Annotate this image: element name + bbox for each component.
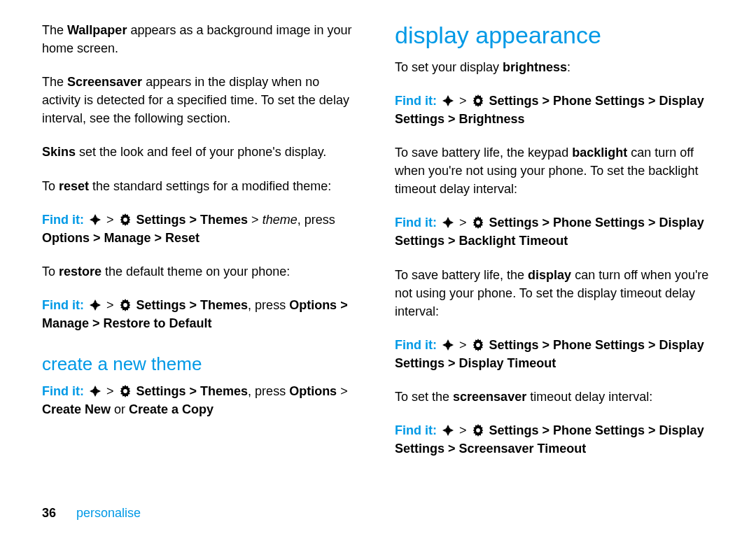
brightness-paragraph: To set your display brightness: bbox=[395, 58, 714, 76]
text: > bbox=[539, 216, 554, 230]
text: To save battery life, the bbox=[395, 268, 528, 282]
path-themes: Themes bbox=[200, 213, 248, 227]
text: To set your display bbox=[395, 60, 503, 74]
nav-key-icon bbox=[89, 385, 102, 397]
path-manage: Manage bbox=[42, 316, 89, 330]
reset-paragraph: To reset the standard settings for a mod… bbox=[42, 177, 361, 195]
path-backlight-timeout: Backlight Timeout bbox=[459, 234, 568, 248]
text: To bbox=[42, 179, 59, 193]
page: The Wallpaper appears as a background im… bbox=[0, 0, 756, 536]
path-manage: Manage bbox=[104, 231, 151, 245]
find-it-label: Find it: bbox=[42, 298, 84, 312]
path-settings: Settings bbox=[136, 384, 186, 398]
text: > bbox=[539, 94, 554, 108]
text: > bbox=[248, 213, 262, 227]
restore-paragraph: To restore the default theme on your pho… bbox=[42, 262, 361, 281]
text: > bbox=[539, 338, 554, 352]
nav-key-icon bbox=[442, 339, 454, 351]
svg-point-13 bbox=[476, 428, 480, 432]
svg-point-6 bbox=[445, 98, 451, 104]
text: , press bbox=[248, 384, 289, 398]
svg-point-2 bbox=[92, 302, 98, 308]
gear-icon bbox=[472, 424, 484, 437]
text: set the look and feel of your phone's di… bbox=[76, 145, 326, 159]
text: > bbox=[186, 384, 201, 398]
gear-icon bbox=[119, 385, 132, 397]
path-reset: Reset bbox=[165, 231, 200, 245]
text: > bbox=[645, 338, 659, 352]
path-themes: Themes bbox=[200, 298, 248, 312]
path-restore-default: Restore to Default bbox=[104, 316, 212, 330]
text: > bbox=[337, 298, 348, 312]
path-display-timeout: Display Timeout bbox=[459, 356, 556, 370]
path-options: Options bbox=[289, 384, 337, 398]
path-options: Options bbox=[289, 298, 337, 312]
screensaver-paragraph: The Screensaver appears in the display w… bbox=[42, 73, 361, 127]
text: > bbox=[645, 216, 659, 230]
bold-screensaver: Screensaver bbox=[67, 75, 142, 89]
text: > bbox=[444, 442, 459, 456]
display-appearance-heading: display appearance bbox=[395, 21, 714, 50]
bold-screensaver: screensaver bbox=[453, 390, 526, 404]
svg-point-5 bbox=[123, 389, 127, 393]
text: The bbox=[42, 23, 67, 37]
text: > bbox=[337, 384, 348, 398]
gear-icon bbox=[472, 339, 484, 351]
text: To save battery life, the keypad bbox=[395, 146, 572, 160]
text: > bbox=[444, 112, 459, 126]
find-it-label: Find it: bbox=[42, 213, 84, 227]
screensaver-timeout-paragraph: To set the screensaver timeout delay int… bbox=[395, 388, 714, 406]
backlight-paragraph: To save battery life, the keypad backlig… bbox=[395, 143, 714, 198]
text: To bbox=[42, 265, 59, 278]
find-it-backlight: Find it: > Settings > Phone Settings > D… bbox=[395, 213, 714, 250]
text: > bbox=[89, 316, 104, 330]
path-phone-settings: Phone Settings bbox=[553, 423, 645, 437]
wallpaper-paragraph: The Wallpaper appears as a background im… bbox=[42, 21, 361, 57]
path-themes: Themes bbox=[200, 384, 248, 398]
path-phone-settings: Phone Settings bbox=[553, 216, 645, 230]
text: : bbox=[567, 60, 570, 74]
nav-key-icon bbox=[89, 299, 102, 311]
text: > bbox=[645, 94, 659, 108]
text: > bbox=[444, 356, 459, 370]
bold-display: display bbox=[528, 268, 571, 282]
bold-wallpaper: Wallpaper bbox=[67, 23, 127, 37]
nav-key-icon bbox=[89, 213, 102, 226]
text: timeout delay interval: bbox=[526, 390, 652, 404]
text: the default theme on your phone: bbox=[102, 265, 290, 278]
nav-key-icon bbox=[442, 424, 454, 437]
svg-point-12 bbox=[445, 428, 451, 433]
left-column: The Wallpaper appears as a background im… bbox=[42, 21, 361, 473]
text: , press bbox=[248, 298, 289, 312]
bold-restore: restore bbox=[59, 265, 102, 278]
svg-point-7 bbox=[476, 99, 480, 103]
text: > bbox=[539, 423, 554, 437]
find-it-reset: Find it: > Settings > Themes > theme, pr… bbox=[42, 211, 361, 247]
path-options: Options bbox=[42, 231, 90, 245]
find-it-restore: Find it: > Settings > Themes, press Opti… bbox=[42, 296, 361, 332]
svg-point-4 bbox=[92, 388, 98, 394]
page-number: 36 bbox=[42, 506, 56, 520]
text: > bbox=[186, 298, 201, 312]
text: , press bbox=[298, 213, 335, 227]
path-screensaver-timeout: Screensaver Timeout bbox=[459, 442, 587, 456]
section-label: personalise bbox=[76, 506, 141, 520]
path-create-copy: Create a Copy bbox=[129, 402, 214, 416]
path-settings: Settings bbox=[489, 216, 539, 230]
text: the standard settings for a modified the… bbox=[89, 179, 331, 193]
svg-point-9 bbox=[476, 220, 480, 225]
find-it-display-timeout: Find it: > Settings > Phone Settings > D… bbox=[395, 336, 714, 372]
text: > bbox=[645, 423, 659, 437]
path-settings: Settings bbox=[489, 94, 539, 108]
text: > bbox=[186, 213, 201, 227]
find-it-brightness: Find it: > Settings > Phone Settings > D… bbox=[395, 92, 714, 128]
text: > bbox=[90, 231, 104, 245]
path-settings: Settings bbox=[489, 423, 539, 437]
text: > bbox=[151, 231, 166, 245]
find-it-screensaver-timeout: Find it: > Settings > Phone Settings > D… bbox=[395, 421, 714, 458]
gear-icon bbox=[119, 299, 132, 311]
text: > bbox=[459, 338, 470, 352]
find-it-label: Find it: bbox=[395, 94, 437, 108]
path-phone-settings: Phone Settings bbox=[553, 338, 645, 352]
path-settings: Settings bbox=[489, 338, 539, 352]
